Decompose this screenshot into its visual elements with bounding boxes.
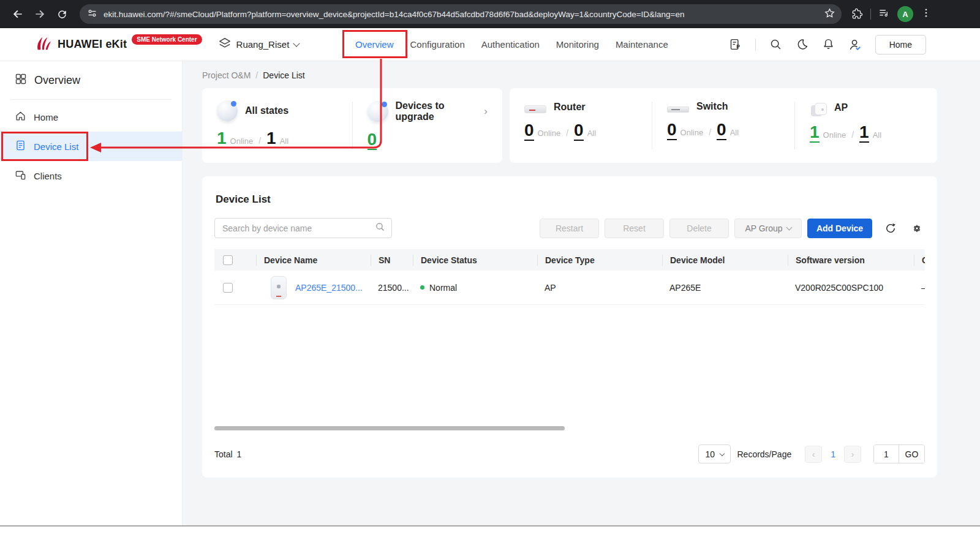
online-label: Online bbox=[230, 137, 254, 146]
top-nav: Overview Configuration Authentication Mo… bbox=[355, 28, 668, 61]
gear-icon[interactable] bbox=[909, 220, 925, 236]
sidebar-item-clients[interactable]: Clients bbox=[0, 161, 182, 190]
all-count: 1 bbox=[266, 130, 276, 147]
layers-icon bbox=[218, 37, 232, 53]
project-name: Ruang_Riset bbox=[236, 39, 290, 50]
clients-icon bbox=[15, 169, 26, 182]
online-count[interactable]: 0 bbox=[667, 121, 677, 140]
sidebar-item-device-list[interactable]: Device List bbox=[0, 132, 182, 161]
next-page-button[interactable]: › bbox=[844, 446, 861, 463]
stat-title: All states bbox=[245, 105, 288, 116]
forward-icon[interactable] bbox=[31, 5, 49, 23]
column-device-type[interactable]: Device Type bbox=[537, 255, 662, 266]
account-icon[interactable] bbox=[848, 38, 862, 51]
sidebar-item-label: Clients bbox=[34, 171, 62, 181]
records-per-page-label: Records/Page bbox=[737, 449, 791, 459]
panel-title: Device List bbox=[214, 193, 925, 206]
device-search[interactable] bbox=[214, 218, 392, 238]
device-name-link[interactable]: AP265E_21500... bbox=[295, 283, 363, 293]
bookmark-star-icon[interactable] bbox=[824, 7, 835, 21]
project-selector[interactable]: Ruang_Riset bbox=[218, 37, 300, 53]
browser-menu-icon[interactable] bbox=[921, 7, 932, 21]
goto-page-control: 1 GO bbox=[873, 444, 925, 463]
site-info-icon[interactable] bbox=[87, 8, 97, 21]
page-size-select[interactable]: 10 bbox=[698, 444, 731, 463]
add-device-button[interactable]: Add Device bbox=[807, 219, 872, 238]
media-controls-icon[interactable] bbox=[878, 7, 890, 21]
column-device-model[interactable]: Device Model bbox=[662, 255, 788, 266]
device-group: – bbox=[914, 283, 925, 293]
stat-ap: AP 1 Online / 1 All bbox=[795, 99, 937, 152]
breadcrumb-parent[interactable]: Project O&M bbox=[202, 70, 251, 80]
delete-button[interactable]: Delete bbox=[669, 219, 729, 238]
device-thumbnail bbox=[271, 276, 287, 299]
row-checkbox[interactable] bbox=[223, 283, 233, 293]
tab-configuration[interactable]: Configuration bbox=[410, 39, 465, 50]
extensions-icon[interactable] bbox=[851, 7, 863, 21]
sidebar-item-home[interactable]: Home bbox=[0, 102, 182, 132]
search-icon[interactable] bbox=[769, 38, 782, 51]
home-button[interactable]: Home bbox=[875, 35, 926, 54]
breadcrumb: Project O&M / Device List bbox=[202, 61, 937, 88]
url-bar[interactable]: ekit.huawei.com/?#/smeCloud/Platform?pla… bbox=[80, 4, 842, 24]
device-model: AP265E bbox=[662, 283, 788, 293]
select-all-checkbox[interactable] bbox=[223, 255, 233, 265]
total-count: Total 1 bbox=[214, 449, 241, 459]
horizontal-scrollbar[interactable] bbox=[214, 426, 565, 430]
refresh-icon[interactable] bbox=[883, 220, 899, 236]
goto-page-input[interactable]: 1 bbox=[874, 445, 899, 463]
all-label: All bbox=[280, 137, 288, 146]
breadcrumb-current: Device List bbox=[263, 70, 304, 80]
table-row[interactable]: AP265E_21500... 21500... Normal AP AP265… bbox=[214, 271, 925, 305]
column-group[interactable]: G bbox=[914, 255, 925, 266]
column-software-version[interactable]: Software version bbox=[788, 255, 914, 266]
main-content: Project O&M / Device List All states 1 O… bbox=[183, 61, 980, 525]
device-list-panel: Device List Restart Reset Delete AP Grou… bbox=[202, 176, 937, 478]
svg-text:P: P bbox=[736, 43, 740, 50]
page-size-value: 10 bbox=[705, 449, 715, 459]
tab-maintenance[interactable]: Maintenance bbox=[616, 39, 668, 50]
reset-button[interactable]: Reset bbox=[605, 219, 664, 238]
column-device-name[interactable]: Device Name bbox=[256, 255, 371, 266]
online-count[interactable]: 0 bbox=[524, 122, 534, 141]
back-icon[interactable] bbox=[9, 5, 27, 23]
current-page[interactable]: 1 bbox=[831, 449, 835, 459]
ap-group-button[interactable]: AP Group bbox=[734, 219, 802, 238]
online-count[interactable]: 1 bbox=[810, 124, 820, 143]
search-input[interactable] bbox=[222, 223, 375, 233]
column-device-status[interactable]: Device Status bbox=[413, 255, 537, 266]
online-label: Online bbox=[538, 129, 561, 138]
all-count[interactable]: 0 bbox=[574, 122, 584, 141]
tab-authentication[interactable]: Authentication bbox=[481, 39, 540, 50]
dark-mode-icon[interactable] bbox=[796, 38, 809, 51]
device-table: Device Name SN Device Status Device Type… bbox=[214, 249, 925, 305]
chevron-down-icon bbox=[293, 40, 300, 47]
all-label: All bbox=[873, 130, 881, 140]
tab-monitoring[interactable]: Monitoring bbox=[556, 39, 599, 50]
chrome-divider bbox=[870, 9, 871, 20]
device-sn: 21500... bbox=[371, 283, 413, 293]
prev-page-button[interactable]: ‹ bbox=[805, 446, 822, 463]
tab-overview[interactable]: Overview bbox=[355, 39, 394, 50]
go-button[interactable]: GO bbox=[899, 445, 924, 463]
all-count[interactable]: 1 bbox=[859, 124, 869, 143]
browser-profile-avatar[interactable]: A bbox=[897, 6, 913, 22]
all-count[interactable]: 0 bbox=[717, 121, 726, 140]
column-sn[interactable]: SN bbox=[371, 255, 413, 266]
restart-button[interactable]: Restart bbox=[540, 219, 599, 238]
online-label: Online bbox=[680, 128, 704, 137]
switch-icon bbox=[667, 107, 689, 113]
search-icon[interactable] bbox=[375, 222, 385, 234]
count-separator: / bbox=[851, 130, 854, 140]
sidebar-divider bbox=[11, 99, 171, 100]
huawei-logo bbox=[34, 36, 53, 54]
notifications-icon[interactable] bbox=[822, 38, 835, 51]
stat-devices-to-upgrade[interactable]: Devices to upgrade › 0 bbox=[353, 99, 503, 152]
all-label: All bbox=[587, 129, 596, 138]
reload-icon[interactable] bbox=[53, 5, 71, 23]
url-text[interactable]: ekit.huawei.com/?#/smeCloud/Platform?pla… bbox=[104, 10, 818, 19]
stat-switch: Switch 0 Online / 0 All bbox=[652, 99, 794, 152]
chevron-right-icon[interactable]: › bbox=[484, 105, 488, 118]
upgrade-count[interactable]: 0 bbox=[368, 131, 377, 150]
license-icon[interactable]: P bbox=[729, 38, 742, 51]
